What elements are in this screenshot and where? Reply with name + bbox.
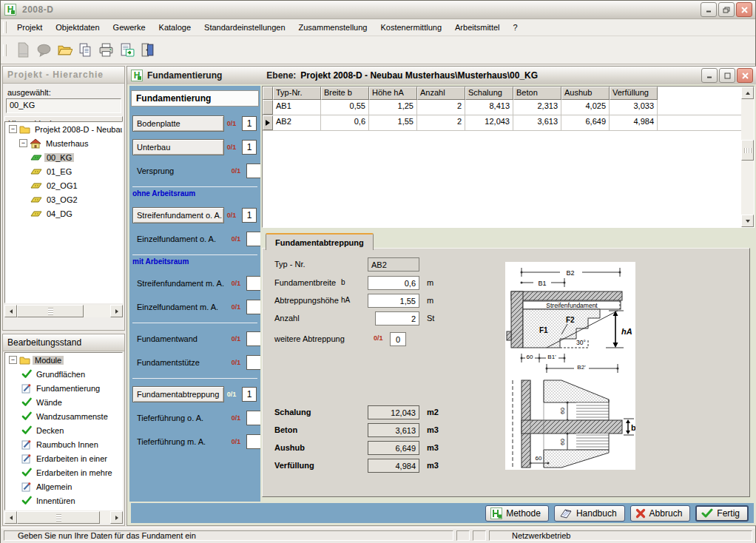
close-button[interactable] (736, 2, 752, 17)
menu-item-kostenermittlung[interactable]: Kostenermittlung (374, 21, 448, 34)
column-header-typ-nr[interactable]: Typ-Nr. (273, 87, 321, 100)
menu-item-arbeitsmittel[interactable]: Arbeitsmittel (448, 21, 507, 34)
scroll-left-button[interactable] (4, 305, 17, 317)
scroll-right-button[interactable] (110, 511, 123, 524)
scroll-thumb[interactable] (17, 511, 100, 524)
module-item: Wandzusammenste (5, 409, 122, 423)
module-item-fundamentierung[interactable]: Fundamentierung (34, 384, 102, 393)
module-item-decken[interactable]: Decken (34, 426, 66, 435)
tab-fundamentabtreppung[interactable]: Fundamentabtreppung (266, 233, 374, 250)
hierarchy-hscrollbar[interactable] (4, 305, 123, 317)
column-header-anzahl[interactable]: Anzahl (417, 87, 465, 100)
count-input[interactable] (246, 163, 260, 178)
count-input[interactable]: 1 (242, 140, 257, 155)
tree-node-00-kg[interactable]: 00_KG (44, 153, 74, 162)
fund-close-button[interactable] (737, 68, 753, 83)
module-item-grundfl-chen[interactable]: Grundflächen (34, 370, 87, 379)
module-root[interactable]: Module (33, 356, 64, 365)
count-input[interactable] (246, 276, 260, 291)
methode-button[interactable]: Methode (485, 505, 549, 522)
column-header-verf-llung[interactable]: Verfüllung (610, 87, 658, 100)
column-header-breite-b[interactable]: Breite b (321, 87, 369, 100)
tree-node-04-dg[interactable]: 04_DG (44, 209, 75, 218)
hierarchy-panel: Projekt - Hierarchie ausgewählt: 00_KG H… (2, 66, 125, 331)
field-input-anzahl[interactable]: 2 (375, 311, 419, 326)
count-input[interactable] (246, 411, 260, 425)
tree-node-04-dg-icon (30, 209, 42, 217)
column-header-h-he-ha[interactable]: Höhe hA (369, 87, 417, 100)
column-header-beton[interactable]: Beton (513, 87, 561, 100)
menu-item-gewerke[interactable]: Gewerke (107, 21, 152, 34)
menu-grip[interactable] (3, 21, 7, 33)
tree-node-02-og1[interactable]: 02_OG1 (44, 181, 80, 190)
tree-node-03-og2[interactable]: 03_OG2 (44, 195, 80, 204)
fund-content: Fundamentierung Bodenplatte0/11Unterbau0… (127, 84, 756, 525)
open-folder-icon[interactable] (55, 41, 74, 60)
menu-item-objektdaten[interactable]: Objektdaten (49, 21, 106, 34)
fund-minimize-button[interactable] (701, 68, 718, 83)
module-item-allgemein[interactable]: Allgemein (34, 482, 74, 491)
scroll-down-button[interactable] (741, 215, 754, 227)
progress-hscrollbar[interactable] (4, 511, 123, 524)
minimize-button[interactable] (701, 2, 717, 17)
scroll-thumb[interactable] (741, 140, 754, 161)
count-input[interactable]: 1 (242, 116, 257, 131)
menu-item-standardeinstellungen[interactable]: Standardeinstellungen (198, 21, 291, 34)
dim-b2: B2 (566, 269, 574, 277)
module-item-erdarbeiten-in-einer[interactable]: Erdarbeiten in einer (34, 454, 109, 463)
tree-node-musterhaus[interactable]: Musterhaus (44, 139, 90, 148)
print-icon[interactable] (96, 41, 115, 60)
toolbar-grip[interactable] (3, 44, 7, 56)
table-row[interactable]: AB20,61,55212,0433,6136,6494,984 (263, 115, 741, 131)
abbruch-button[interactable]: Abbruch (630, 505, 691, 522)
restore-button[interactable] (718, 2, 735, 17)
sidebar-button-bodenplatte[interactable]: Bodenplatte (132, 115, 224, 132)
sidebar-button-unterbau[interactable]: Unterbau (132, 139, 224, 155)
count-input[interactable] (246, 331, 260, 346)
export-icon[interactable] (117, 41, 136, 60)
module-item-raumbuch-innen[interactable]: Raumbuch Innen (34, 440, 101, 449)
module-item-erdarbeiten-in-mehre[interactable]: Erdarbeiten in mehre (34, 468, 115, 477)
tree-node-03-og2-icon (30, 195, 42, 203)
field-input-weitere-abtreppung[interactable]: 0 (390, 332, 406, 346)
menu-item-kataloge[interactable]: Kataloge (152, 21, 198, 34)
sidebar-button-streifenfundament-o-a[interactable]: Streifenfundament o. A. (132, 207, 224, 223)
scroll-thumb[interactable] (17, 305, 84, 317)
field-input-fundamentbreite[interactable]: 0,6 (368, 276, 419, 290)
menu-item-projekt[interactable]: Projekt (10, 21, 49, 34)
module-item-wandzusammenste[interactable]: Wandzusammenste (34, 412, 110, 421)
selected-value-field[interactable]: 00_KG (6, 98, 121, 113)
module-item-innent-ren[interactable]: Innentüren (34, 496, 78, 505)
count-input[interactable] (246, 232, 260, 246)
menu-item-item[interactable]: ? (507, 21, 524, 34)
handbuch-button[interactable]: Handbuch (554, 505, 625, 522)
tree-node-01-eg[interactable]: 01_EG (44, 167, 74, 176)
field-input-abtreppungsh-he[interactable]: 1,55 (368, 294, 419, 308)
column-header-aushub[interactable]: Aushub (561, 87, 610, 100)
exit-icon[interactable] (138, 41, 157, 60)
table-vscrollbar[interactable] (741, 87, 754, 227)
tree-node-project[interactable]: Projekt 2008-D - Neubau (33, 125, 123, 134)
fertig-button[interactable]: Fertig (695, 505, 749, 522)
column-header-schalung[interactable]: Schalung (465, 87, 513, 100)
count-badge: 0/1 (224, 120, 239, 127)
tree-expander-icon[interactable]: − (9, 125, 17, 133)
fund-maximize-button[interactable] (719, 68, 735, 83)
scroll-up-button[interactable] (741, 87, 754, 99)
count-input[interactable] (246, 300, 260, 314)
count-input[interactable] (246, 355, 260, 370)
count-input[interactable] (246, 434, 260, 449)
sidebar-button-fundamentabtreppung[interactable]: Fundamentabtreppung (132, 386, 224, 402)
count-input[interactable]: 1 (242, 208, 257, 223)
tree-node-02-og1-icon (30, 181, 42, 189)
tree-expander-icon[interactable]: − (9, 356, 17, 364)
scroll-right-button[interactable] (110, 305, 123, 317)
sidebar-section-mit-arbeitsraum: mit Arbeitsraum (132, 254, 257, 271)
tree-expander-icon[interactable]: − (19, 139, 27, 147)
module-item-w-nde[interactable]: Wände (34, 398, 64, 407)
scroll-left-button[interactable] (4, 511, 17, 524)
table-row[interactable]: AB10,551,2528,4132,3134,0253,033 (263, 100, 741, 115)
count-input[interactable]: 1 (242, 387, 257, 402)
copy-icon[interactable] (75, 41, 95, 60)
menu-item-zusammenstellung[interactable]: Zusammenstellung (292, 21, 374, 34)
